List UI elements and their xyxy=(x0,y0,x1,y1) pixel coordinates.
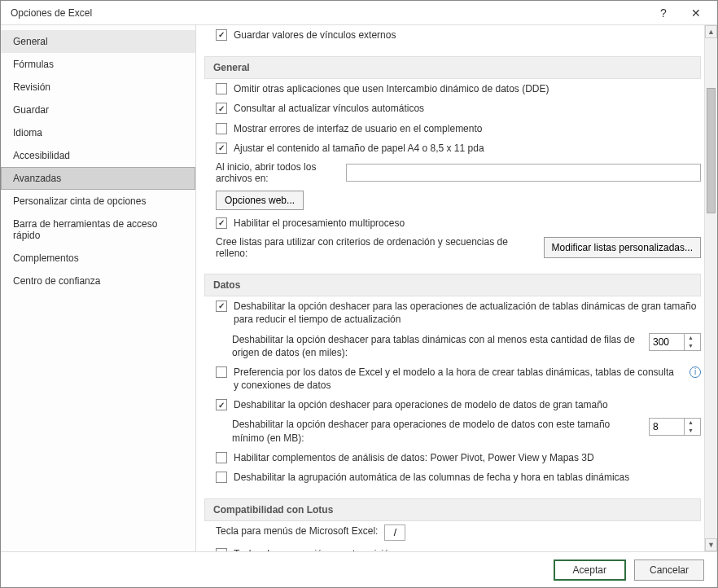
spin-down-icon[interactable]: ▼ xyxy=(684,342,697,350)
sidebar-item-language[interactable]: Idioma xyxy=(1,121,195,144)
chk-disable-undo-large-pt[interactable] xyxy=(216,301,227,312)
scroll-up-icon[interactable]: ▲ xyxy=(705,25,717,38)
scroll-down-icon[interactable]: ▼ xyxy=(705,538,717,551)
chk-disable-datetime-group[interactable] xyxy=(216,472,227,483)
sidebar-item-revision[interactable]: Revisión xyxy=(1,76,195,99)
sidebar-item-trust-center[interactable]: Centro de confianza xyxy=(1,270,195,292)
lbl-save-external-links: Guardar valores de vínculos externos xyxy=(234,29,701,42)
input-menu-key[interactable] xyxy=(384,524,405,541)
btn-edit-custom-lists[interactable]: Modificar listas personalizadas... xyxy=(544,237,701,258)
spin-pt-rows[interactable]: ▲▼ xyxy=(649,333,701,351)
spin-up-icon[interactable]: ▲ xyxy=(684,419,697,427)
spin-up-icon[interactable]: ▲ xyxy=(684,334,697,342)
spin-down-icon[interactable]: ▼ xyxy=(684,427,697,435)
chk-enable-analysis-addins[interactable] xyxy=(216,452,227,463)
chk-fit-a4[interactable] xyxy=(216,143,227,154)
spin-dm-min[interactable]: ▲▼ xyxy=(649,418,701,436)
category-sidebar: General Fórmulas Revisión Guardar Idioma… xyxy=(1,25,196,551)
chk-transition-nav[interactable] xyxy=(216,548,227,551)
lbl-prefer-excel-model: Preferencia por los datos de Excel y el … xyxy=(234,366,678,392)
section-header-general: General xyxy=(204,56,701,79)
options-content: Guardar valores de vínculos externos Gen… xyxy=(196,25,704,551)
chk-show-addin-errors[interactable] xyxy=(216,123,227,134)
chk-consult-links[interactable] xyxy=(216,103,227,114)
vertical-scrollbar[interactable]: ▲ ▼ xyxy=(704,25,717,551)
input-pt-rows[interactable] xyxy=(650,335,684,349)
lbl-fit-a4: Ajustar el contenido al tamaño de papel … xyxy=(234,142,701,155)
sidebar-item-general[interactable]: General xyxy=(1,30,195,53)
chk-omit-dde[interactable] xyxy=(216,83,227,94)
lbl-disable-undo-large-pt: Deshabilitar la opción deshacer para las… xyxy=(234,300,701,326)
sidebar-item-advanced[interactable]: Avanzadas xyxy=(1,167,195,190)
lbl-show-addin-errors: Mostrar errores de interfaz de usuario e… xyxy=(234,122,701,135)
lbl-sort-lists: Cree listas para utilizar con criterios … xyxy=(216,236,537,259)
sidebar-item-accessibility[interactable]: Accesibilidad xyxy=(1,144,195,167)
lbl-consult-links: Consultar al actualizar vínculos automát… xyxy=(234,102,701,115)
lbl-menu-key: Tecla para menús de Microsoft Excel: xyxy=(216,524,378,538)
lbl-enable-analysis-addins: Habilitar complementos de análisis de da… xyxy=(234,451,701,464)
chk-disable-undo-large-dm[interactable] xyxy=(216,399,227,410)
lbl-disable-undo-pt-rows: Deshabilitar la opción deshacer para tab… xyxy=(232,333,642,359)
lbl-open-all-files: Al inicio, abrir todos los archivos en: xyxy=(216,161,338,184)
excel-options-dialog: Opciones de Excel ? ✕ General Fórmulas R… xyxy=(0,0,718,588)
input-open-all-files[interactable] xyxy=(346,164,701,182)
cancel-button[interactable]: Cancelar xyxy=(634,559,704,581)
sidebar-item-customize-ribbon[interactable]: Personalizar cinta de opciones xyxy=(1,190,195,213)
lbl-disable-undo-large-dm: Deshabilitar la opción deshacer para ope… xyxy=(234,398,701,411)
lbl-transition-nav: Teclas de navegación para transición xyxy=(234,547,701,551)
section-header-lotus: Compatibilidad con Lotus xyxy=(204,498,701,521)
lbl-omit-dde: Omitir otras aplicaciones que usen Inter… xyxy=(234,82,701,95)
chk-prefer-excel-model[interactable] xyxy=(216,366,227,378)
titlebar: Opciones de Excel ? ✕ xyxy=(1,1,717,25)
scrollbar-thumb[interactable] xyxy=(707,88,716,213)
sidebar-item-quick-access[interactable]: Barra de herramientas de acceso rápido xyxy=(1,213,195,247)
sidebar-item-save[interactable]: Guardar xyxy=(1,99,195,121)
lbl-disable-datetime-group: Deshabilitar la agrupación automática de… xyxy=(234,471,701,484)
info-icon[interactable]: i xyxy=(690,366,701,378)
section-header-data: Datos xyxy=(204,274,701,296)
sidebar-item-formulas[interactable]: Fórmulas xyxy=(1,53,195,76)
lbl-disable-undo-dm-min: Deshabilitar la opción deshacer para ope… xyxy=(232,418,642,444)
lbl-enable-multi: Habilitar el procesamiento multiproceso xyxy=(234,217,701,230)
help-button[interactable]: ? xyxy=(647,2,680,24)
chk-enable-multi[interactable] xyxy=(216,217,227,229)
btn-web-options[interactable]: Opciones web... xyxy=(216,191,304,210)
ok-button[interactable]: Aceptar xyxy=(554,559,626,581)
chk-save-external-links[interactable] xyxy=(216,29,227,41)
window-title: Opciones de Excel xyxy=(11,7,647,19)
input-dm-min[interactable] xyxy=(650,419,684,434)
sidebar-item-addins[interactable]: Complementos xyxy=(1,247,195,270)
close-button[interactable]: ✕ xyxy=(680,2,712,24)
dialog-button-bar: Aceptar Cancelar xyxy=(1,551,717,587)
scrollbar-track[interactable] xyxy=(705,38,717,538)
